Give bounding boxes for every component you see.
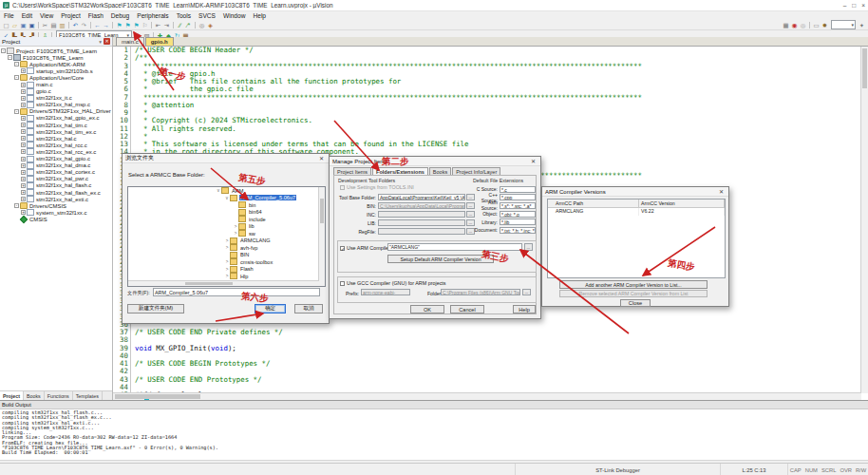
- folder-tree-item[interactable]: >Flash: [128, 266, 325, 274]
- expand-icon[interactable]: +: [21, 163, 26, 168]
- project-tree-item[interactable]: +stm32f1xx_hal_tim_ex.c: [0, 128, 112, 135]
- cancel-button[interactable]: 取消: [294, 304, 323, 314]
- new-folder-button[interactable]: 新建文件夹(M): [127, 304, 184, 314]
- expand-icon[interactable]: +: [21, 96, 26, 101]
- folder-name-input[interactable]: ARM_Compiler_5.06u7: [153, 288, 320, 296]
- comment-icon[interactable]: ∕∕: [176, 21, 184, 29]
- pin-icon[interactable]: ▾: [99, 39, 102, 45]
- folder-path-field[interactable]: [378, 211, 465, 218]
- project-tree-item[interactable]: -F103C8T6_TIME_Learn: [0, 54, 112, 61]
- scrollbar-thumb[interactable]: [320, 199, 324, 223]
- gcc-folder-field[interactable]: C:\Program Files (x86)\Arm GNU Toolchain…: [441, 289, 520, 295]
- window-layout-icon[interactable]: ▭: [812, 21, 821, 29]
- project-panel-header[interactable]: Project ▾ ✕: [0, 37, 112, 47]
- close-icon[interactable]: ✕: [104, 38, 110, 45]
- build-output-log[interactable]: compiling stm32f1xx_hal_flash.c...compil…: [0, 409, 868, 461]
- setup-default-compiler-button[interactable]: Setup Default ARM Compiler Version: [387, 255, 494, 263]
- expand-icon[interactable]: +: [21, 129, 26, 134]
- collapse-icon[interactable]: -: [14, 75, 19, 80]
- indent-left-icon[interactable]: ⇤: [154, 21, 162, 29]
- use-settings-checkbox[interactable]: Use Settings from TOOLS.INI: [340, 184, 414, 190]
- folder-tree-item[interactable]: >ARMCLANG: [128, 238, 325, 245]
- project-tree-item[interactable]: -Application/MDK-ARM: [0, 61, 112, 67]
- project-tree-item[interactable]: +stm32f1xx_hal_flash.c: [0, 182, 112, 189]
- panel-tab-project[interactable]: Project: [0, 391, 24, 400]
- scrollbar-horizontal[interactable]: [128, 280, 319, 286]
- indent-right-icon[interactable]: ⇥: [162, 21, 171, 29]
- project-tree-item[interactable]: CMSIS: [0, 216, 112, 222]
- folder-tree-item[interactable]: >cmsis-toolbox: [128, 258, 325, 266]
- project-tree-item[interactable]: +stm32f1xx_hal_exti.c: [0, 196, 112, 202]
- folder-tree-item[interactable]: >lib: [128, 223, 325, 231]
- scrollbar-thumb[interactable]: [862, 48, 867, 88]
- folder-path-field[interactable]: [378, 228, 465, 235]
- menu-project[interactable]: Project: [57, 12, 85, 19]
- expand-icon[interactable]: +: [21, 190, 26, 195]
- project-tree-item[interactable]: +main.c: [0, 81, 112, 87]
- dialog-titlebar[interactable]: Manage Project Items ✕: [330, 157, 540, 166]
- cut-icon[interactable]: ✂: [41, 21, 49, 29]
- uncomment-icon[interactable]: ∕*: [184, 21, 193, 29]
- collapse-icon[interactable]: -: [14, 109, 19, 114]
- scrollbar-thumb[interactable]: [185, 282, 233, 285]
- minimize-button[interactable]: –: [843, 2, 847, 9]
- compiler-versions-list[interactable]: ArmCC PathArmCC Version ARMCLANGV6.22: [547, 199, 726, 278]
- editor-tab-main-c[interactable]: main.c: [116, 37, 144, 46]
- project-tree-item[interactable]: -Drivers/STM32F1xx_HAL_Driver: [0, 108, 112, 115]
- browse-gcc-folder-button[interactable]: ...: [522, 289, 531, 295]
- previous-bookmark-icon[interactable]: ⚑: [123, 21, 132, 29]
- project-tree-item[interactable]: +stm32f1xx_hal_rcc.c: [0, 142, 112, 148]
- use-arm-compiler-checkbox[interactable]: ✓ Use ARM Compiler: [340, 245, 390, 251]
- debug-session-icon[interactable]: ▦: [782, 21, 790, 29]
- scrollbar-vertical[interactable]: [318, 187, 325, 286]
- add-compiler-version-button[interactable]: Add another ARM Compiler Version to List…: [559, 280, 708, 289]
- project-tree-item[interactable]: +stm32f1xx_hal_gpio.c: [0, 156, 112, 162]
- project-tree-item[interactable]: +stm32f1xx_hal_flash_ex.c: [0, 189, 112, 196]
- folder-tree[interactable]: vARMvARM_Compiler_5.06u7binbin64include>…: [127, 186, 326, 287]
- paste-icon[interactable]: ▥: [58, 21, 66, 29]
- project-tree-item[interactable]: +stm32f1xx_hal_gpio_ex.c: [0, 115, 112, 122]
- expand-icon[interactable]: +: [21, 197, 26, 201]
- remove-compiler-version-button[interactable]: Remove selected ARM Compiler Version fro…: [559, 290, 708, 297]
- extension-field[interactable]: *.s*; *.src; *.a*: [500, 202, 536, 209]
- folder-tree-item[interactable]: bin: [128, 201, 325, 209]
- maximize-button[interactable]: □: [852, 2, 856, 9]
- next-bookmark-icon[interactable]: ⚑: [132, 21, 141, 29]
- ok-button[interactable]: OK: [410, 305, 444, 314]
- expand-icon[interactable]: +: [21, 157, 26, 162]
- project-tree-item[interactable]: -Project: F103C8T6_TIME_Learn: [0, 48, 112, 54]
- extension-field[interactable]: *.obj; *.o: [500, 211, 536, 218]
- prefix-field[interactable]: arm-none-eabi-: [361, 289, 410, 295]
- expand-icon[interactable]: +: [21, 170, 26, 175]
- ok-button[interactable]: 确定: [255, 304, 286, 314]
- project-tree-item[interactable]: +stm32f1xx_hal_tim.c: [0, 122, 112, 128]
- panel-tab-templates[interactable]: Templates: [73, 391, 103, 400]
- project-tree-item[interactable]: +gpio.c: [0, 88, 112, 95]
- folder-tree-item[interactable]: BIN: [128, 252, 325, 259]
- dialog-titlebar[interactable]: ARM Compiler Versions ✕: [542, 187, 728, 197]
- folder-tree-item[interactable]: include: [128, 216, 325, 223]
- folder-tree-item[interactable]: vARM: [128, 187, 325, 195]
- close-icon[interactable]: ✕: [317, 155, 326, 162]
- close-button[interactable]: ×: [861, 2, 865, 9]
- column-header[interactable]: ArmCC Path: [548, 200, 639, 207]
- navigate-back-icon[interactable]: ←: [93, 21, 102, 29]
- clear-bookmarks-icon[interactable]: ⚐: [141, 21, 149, 29]
- find-in-files-icon[interactable]: ◈: [206, 21, 215, 29]
- undo-icon[interactable]: ↶: [71, 21, 80, 29]
- use-gcc-checkbox[interactable]: Use GCC Compiler (GNU) for ARM projects: [340, 280, 446, 286]
- project-tree-item[interactable]: +stm32f1xx_hal.c: [0, 135, 112, 142]
- close-dialog-button[interactable]: Close: [620, 299, 651, 307]
- folder-tree-item[interactable]: >Hlp: [128, 273, 325, 280]
- folder-path-field[interactable]: AppData\Local\Programs\Keil\Keil_v5 \ARM…: [378, 194, 465, 200]
- extension-field[interactable]: *.c: [500, 186, 536, 193]
- redo-icon[interactable]: ↷: [80, 21, 88, 29]
- project-tree-item[interactable]: +stm32f1xx_it.c: [0, 95, 112, 102]
- menu-flash[interactable]: Flash: [85, 12, 107, 19]
- browse-compiler-button[interactable]: ...: [524, 243, 533, 251]
- build-output-header[interactable]: Build Output: [0, 401, 868, 409]
- expand-icon[interactable]: +: [21, 177, 26, 181]
- extension-field[interactable]: *.lib: [500, 218, 536, 225]
- panel-tab-functions[interactable]: Functions: [45, 391, 73, 400]
- save-all-icon[interactable]: ▣: [28, 21, 36, 29]
